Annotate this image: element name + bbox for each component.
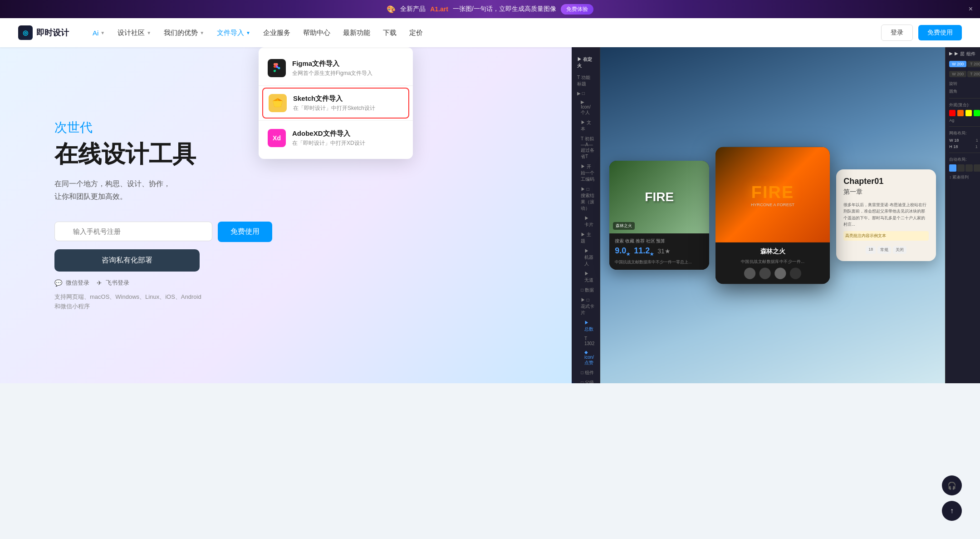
nav-features-label: 最新功能 [343, 29, 370, 37]
nav-right: 登录 免费使用 [881, 25, 962, 41]
xd-item-desc: 在「即时设计」中打开XD设计 [292, 139, 365, 147]
xd-item-title: AdobeXD文件导入 [292, 129, 365, 138]
hero-title: 在线设计工具 [54, 140, 272, 168]
hero-free-button[interactable]: 免费使用 [218, 222, 272, 242]
nav-item-advantages[interactable]: 我们的优势 ▼ [158, 26, 210, 40]
logo-icon: ◎ [18, 25, 33, 40]
free-use-button[interactable]: 免费使用 [918, 25, 962, 40]
nav-item-features[interactable]: 最新功能 [338, 26, 376, 40]
app-mockup: ▶ 在定火 T 功能标题 ▶ □ ▶ Icon/个人 ▶ 文本 T 初拟—A—超… [572, 47, 980, 383]
figma-item-desc: 全网首个原生支持Figma文件导入 [292, 69, 372, 77]
figma-item-title: Figma文件导入 [292, 59, 372, 68]
sketch-item-text: Sketch文件导入 在「即时设计」中打开Sketch设计 [293, 94, 375, 112]
nav-advantages-chevron: ▼ [200, 30, 204, 35]
nav-item-import[interactable]: 文件导入 ▼ [211, 26, 256, 40]
banner-close-button[interactable]: × [969, 5, 973, 13]
dropdown-item-sketch[interactable]: Sketch文件导入 在「即时设计」中打开Sketch设计 [262, 88, 409, 119]
hero-desc: 在同一个地方，构思、设计、协作， 让你和团队更加高效。 [54, 178, 272, 204]
nav-import-chevron: ▼ [246, 30, 250, 35]
phone-input[interactable] [54, 222, 212, 241]
nav-import-label: 文件导入 [217, 29, 244, 37]
wechat-icon: 💬 [54, 279, 62, 287]
nav-pricing-label: 定价 [409, 29, 423, 37]
dropdown-item-xd[interactable]: Xd AdobeXD文件导入 在「即时设计」中打开XD设计 [259, 123, 413, 153]
banner-brand: A1.art [430, 5, 448, 13]
svg-marker-4 [273, 101, 283, 107]
file-import-dropdown: Figma文件导入 全网首个原生支持Figma文件导入 S [259, 47, 413, 159]
logo-area[interactable]: ◎ 即时设计 [18, 25, 69, 40]
banner-cta-button[interactable]: 免费体验 [561, 4, 593, 15]
navbar: ◎ 即时设计 Ai ▼ 设计社区 ▼ 我们的优势 ▼ 文件导入 ▼ 企业服务 帮… [0, 18, 980, 47]
sketch-item-desc: 在「即时设计」中打开Sketch设计 [293, 104, 375, 112]
banner-icon: 🎨 [387, 5, 396, 14]
platform-support: 支持网页端、macOS、Windows、Linux、iOS、Android 和微… [54, 292, 272, 312]
xd-item-text: AdobeXD文件导入 在「即时设计」中打开XD设计 [292, 129, 365, 147]
consult-button[interactable]: 咨询私有化部署 [54, 249, 200, 272]
nav-item-help[interactable]: 帮助中心 [298, 26, 336, 40]
hero-desc-line2: 让你和团队更加高效。 [54, 193, 127, 200]
banner-prefix: 全新产品 [400, 5, 426, 13]
nav-community-label: 设计社区 [118, 29, 145, 37]
dropdown-item-figma[interactable]: Figma文件导入 全网首个原生支持Figma文件导入 [259, 53, 413, 84]
nav-ai-chevron: ▼ [100, 30, 105, 35]
logo-text: 即时设计 [36, 27, 69, 38]
nav-item-community[interactable]: 设计社区 ▼ [112, 26, 157, 40]
divider-2 [259, 120, 413, 121]
sketch-icon [269, 94, 287, 112]
nav-advantages-label: 我们的优势 [164, 29, 198, 37]
hero-desc-line1: 在同一个地方，构思、设计、协作， [54, 180, 171, 188]
sketch-item-title: Sketch文件导入 [293, 94, 375, 103]
login-button[interactable]: 登录 [881, 25, 913, 41]
banner-content: 🎨 全新产品 A1.art 一张图/一句话，立即生成高质量图像 免费体验 [387, 4, 593, 15]
nav-community-chevron: ▼ [147, 30, 151, 35]
hero-section: 次世代 在线设计工具 在同一个地方，构思、设计、协作， 让你和团队更加高效。 📱… [0, 47, 980, 383]
divider-1 [259, 85, 413, 86]
wechat-login-label[interactable]: 微信登录 [66, 279, 89, 287]
nav-ai-label: Ai [93, 29, 98, 37]
feishu-login-label[interactable]: 飞书登录 [106, 279, 129, 287]
figma-item-text: Figma文件导入 全网首个原生支持Figma文件导入 [292, 59, 372, 77]
nav-items: Ai ▼ 设计社区 ▼ 我们的优势 ▼ 文件导入 ▼ 企业服务 帮助中心 最新功… [87, 26, 881, 40]
app-properties-panel: ▶▶层组件 W 200 T 200 W 200 T 200 旋转 0 [945, 47, 980, 383]
nav-item-download[interactable]: 下载 [377, 26, 402, 40]
figma-icon [268, 59, 286, 77]
hero-subtitle: 次世代 [54, 119, 272, 136]
phone-input-wrap: 📱 [54, 222, 212, 242]
platform-line2: 和微信小程序 [54, 303, 90, 310]
app-sidebar: ▶ 在定火 T 功能标题 ▶ □ ▶ Icon/个人 ▶ 文本 T 初拟—A—超… [572, 47, 600, 383]
social-login-area: 💬 微信登录 ✈ 飞书登录 [54, 279, 272, 287]
nav-item-pricing[interactable]: 定价 [404, 26, 428, 40]
nav-enterprise-label: 企业服务 [263, 29, 290, 37]
hero-input-row: 📱 免费使用 [54, 222, 272, 242]
hero-left: 次世代 在线设计工具 在同一个地方，构思、设计、协作， 让你和团队更加高效。 📱… [54, 119, 272, 312]
top-banner: 🎨 全新产品 A1.art 一张图/一句话，立即生成高质量图像 免费体验 × [0, 0, 980, 18]
feishu-icon: ✈ [97, 279, 102, 287]
nav-download-label: 下载 [383, 29, 397, 37]
nav-item-ai[interactable]: Ai ▼ [87, 26, 110, 40]
platform-line1: 支持网页端、macOS、Windows、Linux、iOS、Android [54, 293, 201, 300]
nav-help-label: 帮助中心 [303, 29, 330, 37]
hero-right: ▶ 在定火 T 功能标题 ▶ □ ▶ Icon/个人 ▶ 文本 T 初拟—A—超… [572, 47, 980, 383]
app-preview: ▶ 在定火 T 功能标题 ▶ □ ▶ Icon/个人 ▶ 文本 T 初拟—A—超… [572, 47, 980, 383]
xd-icon: Xd [268, 129, 286, 147]
nav-item-enterprise[interactable]: 企业服务 [258, 26, 296, 40]
banner-middle: 一张图/一句话，立即生成高质量图像 [453, 5, 556, 13]
